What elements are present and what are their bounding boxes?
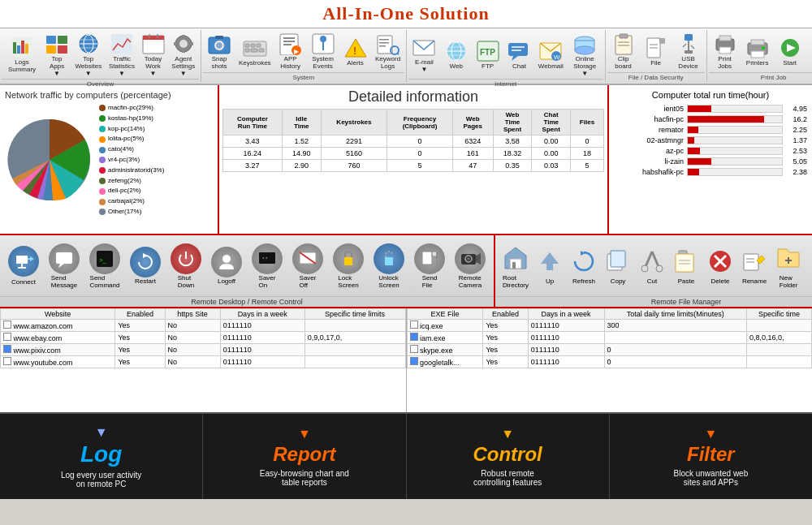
- pie-legend: macfin-pc(29%) kostas-hp(19%) kop-pc(14%…: [99, 103, 164, 217]
- svg-rect-32: [257, 44, 261, 47]
- col-webtime: WebTimeSpent: [493, 110, 532, 136]
- promo-report-arrow: ▼: [298, 427, 311, 441]
- svg-rect-39: [283, 44, 292, 45]
- pie-title: Network traffic by computers (percentage…: [5, 90, 213, 100]
- col-exe-days: Days in a week: [528, 309, 604, 320]
- top-apps-button[interactable]: TopApps ▼: [42, 30, 71, 79]
- file-manager-label: Remote File Manager: [495, 296, 812, 307]
- svg-rect-21: [182, 35, 185, 38]
- rename-button[interactable]: Rename: [737, 245, 771, 286]
- svg-rect-3: [21, 41, 24, 54]
- stop-button[interactable]: Stop: [806, 34, 812, 69]
- filter-row: Website Enabled https Site Days in a wee…: [0, 308, 812, 414]
- usb-device-button[interactable]: USBDevice: [672, 30, 705, 72]
- online-storage-button[interactable]: OnlineStorage ▼: [567, 30, 603, 79]
- logoff-button[interactable]: Logoff: [206, 245, 247, 286]
- keystrokes-button[interactable]: Keystrokes: [235, 34, 274, 69]
- lock-screen-button[interactable]: LockScreen: [328, 242, 369, 290]
- saver-on-button[interactable]: *.* SaverOn: [247, 242, 287, 290]
- svg-marker-62: [512, 56, 518, 61]
- connect-button[interactable]: Connect: [3, 244, 44, 287]
- start-button[interactable]: Start: [774, 34, 806, 69]
- runtime-row-2: hacfin-pc 16.2: [614, 115, 807, 123]
- email-button[interactable]: E-mail ▼: [408, 33, 441, 75]
- top-websites-button[interactable]: TopWebsites ▼: [71, 30, 106, 79]
- svg-rect-34: [251, 49, 257, 52]
- alerts-button[interactable]: ! Alerts: [339, 34, 372, 69]
- printers-button[interactable]: Printers: [741, 34, 774, 69]
- send-command-button[interactable]: >_ SendCommand: [84, 242, 125, 290]
- remote-desktop-label: Remote Desktop / Remote Control: [0, 296, 494, 307]
- runtime-section: Computer total run time(hour) ient05 4.9…: [609, 85, 812, 234]
- svg-rect-28: [215, 36, 223, 39]
- svg-rect-61: [508, 43, 528, 56]
- promo-log-title: Log: [80, 441, 122, 467]
- file-button[interactable]: File: [640, 34, 672, 69]
- refresh-button[interactable]: Refresh: [567, 245, 601, 286]
- today-work-button[interactable]: TodayWork ▼: [139, 30, 168, 79]
- cut-button[interactable]: Cut: [635, 245, 669, 286]
- svg-rect-30: [245, 44, 249, 47]
- web-button[interactable]: Web: [440, 37, 472, 72]
- svg-rect-22: [182, 49, 185, 53]
- toolbar: Logs Summary TopApps ▼ TopWebsites ▼ Tra…: [0, 28, 812, 85]
- svg-rect-14: [111, 34, 132, 54]
- svg-rect-89: [751, 40, 764, 45]
- promo-filter-arrow: ▼: [704, 427, 717, 441]
- svg-rect-113: [344, 257, 352, 265]
- traffic-stats-button[interactable]: TrafficStatistics ▼: [106, 30, 139, 79]
- delete-button[interactable]: Delete: [703, 245, 737, 286]
- unlock-screen-button[interactable]: UnlockScreen: [369, 242, 409, 290]
- agent-settings-button[interactable]: AgentSettings ▼: [168, 30, 200, 79]
- svg-point-91: [762, 46, 765, 49]
- up-button[interactable]: Up: [533, 245, 567, 286]
- col-idle: IdleTime: [282, 110, 321, 136]
- svg-rect-6: [58, 36, 67, 44]
- website-row: www.ebay.com YesNo01111100,9,0,17,0,: [1, 332, 406, 344]
- svg-rect-16: [143, 36, 164, 40]
- promo-report: ▼ Report Easy-browsing chart andtable re…: [203, 414, 406, 499]
- snap-shots-button[interactable]: Snapshots: [203, 30, 235, 72]
- col-chattime: ChatTimeSpent: [532, 110, 570, 136]
- svg-rect-102: [56, 252, 72, 264]
- svg-point-133: [656, 265, 663, 272]
- website-row: www.amazon.com YesNo0111110: [1, 320, 406, 332]
- ftp-button[interactable]: FTP FTP: [472, 37, 503, 72]
- svg-rect-2: [17, 45, 20, 54]
- chat-button[interactable]: Chat: [503, 37, 535, 72]
- shut-down-button[interactable]: ShutDown: [166, 242, 206, 290]
- saver-off-button[interactable]: SaverOff: [287, 242, 328, 290]
- col-days: Days in a week: [220, 309, 304, 320]
- clipboard-button[interactable]: Clipboard: [607, 30, 640, 72]
- new-folder-button[interactable]: NewFolder: [771, 242, 806, 290]
- restart-button[interactable]: Restart: [125, 245, 166, 286]
- webmail-button[interactable]: W Webmail: [535, 37, 567, 72]
- print-jobs-button[interactable]: PrintJobs: [709, 30, 741, 72]
- col-frequency: Frequency(Clipboard): [387, 110, 453, 136]
- system-events-button[interactable]: SystemEvents: [307, 30, 339, 72]
- detail-table: ComputerRun Time IdleTime Keystrokes Fre…: [222, 109, 604, 172]
- toolbar-group-system: Snapshots Keystrokes ▶ APPHistory System…: [201, 30, 407, 82]
- put-file-button[interactable]: PutFile: [806, 242, 812, 290]
- svg-rect-82: [685, 50, 693, 54]
- root-directory-button[interactable]: RootDirectory: [499, 242, 533, 290]
- remote-row: Connect SendMessage >_ SendCommand: [0, 235, 812, 308]
- website-row: www.youtube.com YesNo0111110: [1, 356, 406, 368]
- send-file-button[interactable]: SendFile: [409, 242, 450, 290]
- svg-rect-80: [685, 34, 693, 41]
- keyword-logs-button[interactable]: KeywordLogs: [372, 30, 404, 72]
- logs-summary-button[interactable]: Logs Summary: [2, 33, 42, 75]
- detail-row: 3.272.907605470.350.035: [223, 160, 604, 172]
- remote-camera-button[interactable]: RemoteCamera: [450, 242, 490, 290]
- svg-rect-24: [190, 42, 193, 45]
- promo-row: ▼ Log Log every user activityon remote P…: [0, 414, 812, 499]
- app-history-button[interactable]: ▶ APPHistory: [274, 30, 307, 72]
- svg-rect-7: [46, 45, 56, 54]
- exe-row: googletalk... Yes01111100: [407, 356, 812, 368]
- col-exe-enabled: Enabled: [483, 309, 528, 320]
- col-total-time: Total daily time limits(Minutes): [604, 309, 746, 320]
- send-message-button[interactable]: SendMessage: [44, 242, 84, 290]
- copy-button[interactable]: Copy: [601, 245, 635, 286]
- paste-button[interactable]: Paste: [669, 245, 703, 286]
- svg-point-121: [467, 257, 470, 260]
